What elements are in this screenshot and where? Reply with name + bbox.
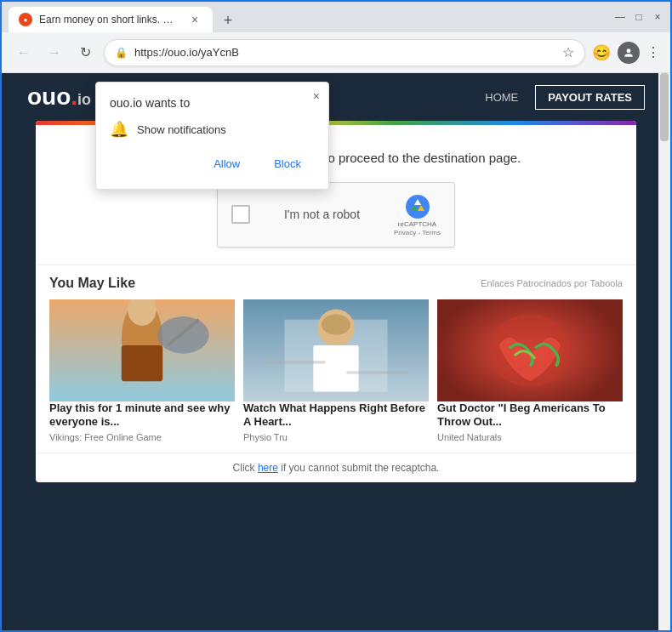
site-logo: ouo.io <box>27 83 91 111</box>
card-title: Watch What Happens Right Before A Heart.… <box>243 401 429 430</box>
home-nav-link[interactable]: HOME <box>485 91 518 104</box>
recaptcha-icon <box>404 193 431 220</box>
list-item[interactable]: Play this for 1 minute and see why every… <box>49 299 235 443</box>
notification-actions: Allow Block <box>110 152 315 175</box>
svg-point-4 <box>157 316 209 354</box>
tab-close-button[interactable]: × <box>187 12 202 27</box>
card-source: United Naturals <box>437 432 623 442</box>
block-button[interactable]: Block <box>260 152 315 175</box>
address-bar: ← → ↻ 🔒 https://ouo.io/yaYcnB ☆ 😊 ⋮ <box>2 32 670 73</box>
card-source: Vikings: Free Online Game <box>49 432 235 442</box>
bell-icon: 🔔 <box>110 120 128 139</box>
recaptcha-checkbox[interactable] <box>231 205 250 224</box>
ymk-grid: Play this for 1 minute and see why every… <box>49 299 623 443</box>
close-button[interactable]: × <box>652 11 663 23</box>
tab-strip: ● Earn money on short links. Make... × + <box>9 2 611 32</box>
url-bar[interactable]: 🔒 https://ouo.io/yaYcnB ☆ <box>104 39 585 66</box>
new-tab-button[interactable]: + <box>216 9 240 32</box>
notification-title: ouo.io wants to <box>110 96 315 110</box>
refresh-button[interactable]: ↻ <box>73 41 97 65</box>
bookmark-icon[interactable]: ☆ <box>562 44 574 60</box>
ymk-title: You May Like <box>49 276 135 291</box>
notification-message: Show notifications <box>137 123 226 136</box>
account-button[interactable] <box>618 42 640 64</box>
click-here-link[interactable]: here <box>258 462 278 474</box>
svg-point-10 <box>322 314 350 334</box>
notification-row: 🔔 Show notifications <box>110 120 315 139</box>
robot-label: I'm not a robot <box>260 208 384 221</box>
list-item[interactable]: Watch What Happens Right Before A Heart.… <box>243 299 429 443</box>
toolbar-buttons: 😊 ⋮ <box>592 42 660 64</box>
scrollbar-thumb[interactable] <box>660 73 669 141</box>
tab-title: Earn money on short links. Make... <box>39 14 180 26</box>
notification-popup: × ouo.io wants to 🔔 Show notifications A… <box>95 82 329 190</box>
page-content: × ouo.io wants to 🔔 Show notifications A… <box>2 73 670 630</box>
svg-rect-9 <box>313 345 358 392</box>
scrollbar[interactable] <box>658 73 670 630</box>
list-item[interactable]: Gut Doctor "I Beg Americans To Throw Out… <box>437 299 623 443</box>
notification-close-button[interactable]: × <box>313 89 320 103</box>
taboola-label: Enlaces Patrocinados por Taboola <box>481 278 623 288</box>
svg-rect-12 <box>346 371 408 374</box>
minimize-button[interactable]: — <box>614 11 626 23</box>
svg-rect-11 <box>264 361 326 364</box>
svg-rect-3 <box>122 345 162 381</box>
tab-favicon: ● <box>19 13 32 26</box>
menu-button[interactable]: ⋮ <box>646 44 660 60</box>
card-image-warrior <box>49 299 235 401</box>
allow-button[interactable]: Allow <box>200 152 253 175</box>
ymk-header: You May Like Enlaces Patrocinados por Ta… <box>49 276 623 291</box>
title-bar: ● Earn money on short links. Make... × +… <box>2 2 670 32</box>
payout-rates-button[interactable]: PAYOUT RATES <box>535 85 645 110</box>
card-title: Play this for 1 minute and see why every… <box>49 401 235 430</box>
back-button[interactable]: ← <box>12 41 36 65</box>
card-title: Gut Doctor "I Beg Americans To Throw Out… <box>437 401 623 430</box>
window-controls: — □ × <box>614 11 663 23</box>
site-nav: HOME PAYOUT RATES <box>485 85 645 110</box>
card-source: Physio Tru <box>243 432 429 442</box>
recaptcha-box[interactable]: I'm not a robot reCAPTCHA Privacy - Term… <box>217 182 455 248</box>
recaptcha-links: Privacy - Terms <box>394 229 441 236</box>
card-image-man <box>243 299 429 401</box>
recaptcha-brand: reCAPTCHA <box>398 220 436 229</box>
emoji-button[interactable]: 😊 <box>592 43 611 62</box>
url-text: https://ouo.io/yaYcnB <box>134 46 555 59</box>
card-image-medical <box>437 299 623 401</box>
active-tab[interactable]: ● Earn money on short links. Make... × <box>9 7 213 32</box>
you-may-like-section: You May Like Enlaces Patrocinados por Ta… <box>36 265 636 453</box>
browser-frame: ● Earn money on short links. Make... × +… <box>0 0 672 632</box>
lock-icon: 🔒 <box>115 47 128 59</box>
forward-button[interactable]: → <box>43 41 66 65</box>
click-here-bar: Click here if you cannot submit the reca… <box>36 453 636 482</box>
recaptcha-logo: reCAPTCHA Privacy - Terms <box>394 193 441 236</box>
maximize-button[interactable]: □ <box>633 11 645 23</box>
